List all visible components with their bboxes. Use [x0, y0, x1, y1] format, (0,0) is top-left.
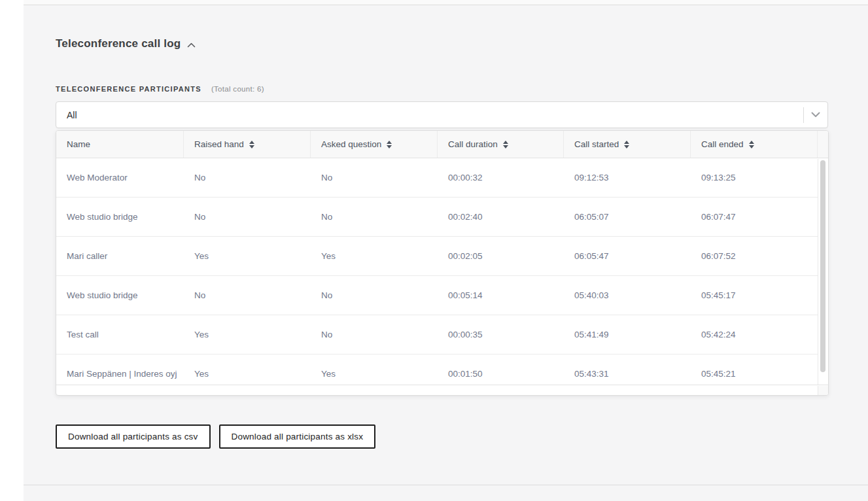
- chevron-up-icon[interactable]: [187, 43, 196, 48]
- cell-asked-question: Yes: [311, 354, 438, 385]
- participants-filter-select[interactable]: All: [56, 101, 828, 128]
- cell-raised-hand: Yes: [184, 237, 311, 275]
- cell-call-ended: 05:45:17: [691, 276, 818, 315]
- column-header-call-started[interactable]: Call started: [564, 131, 691, 158]
- download-csv-button[interactable]: Download all participants as csv: [56, 424, 211, 449]
- table-row: Web studio bridgeNoNo00:02:4006:05:0706:…: [56, 198, 828, 237]
- table-header-row: NameRaised handAsked questionCall durati…: [56, 131, 828, 158]
- cell-call-ended: 06:07:52: [691, 237, 818, 275]
- participants-label-row: TELECONFERENCE PARTICIPANTS (Total count…: [56, 85, 264, 93]
- download-xlsx-button[interactable]: Download all participants as xlsx: [219, 424, 376, 449]
- cell-call-duration: 00:05:14: [438, 276, 564, 315]
- table-body: Web ModeratorNoNo00:00:3209:12:5309:13:2…: [56, 158, 828, 385]
- table-scrollbar-thumb[interactable]: [820, 160, 825, 372]
- panel-top-divider: [24, 0, 868, 5]
- cell-name: Test call: [56, 315, 184, 354]
- column-header-call-ended[interactable]: Call ended: [691, 131, 818, 158]
- cell-raised-hand: No: [184, 158, 311, 197]
- chevron-down-icon[interactable]: [804, 112, 827, 118]
- sort-arrows-icon[interactable]: [387, 141, 392, 148]
- column-header-asked-question[interactable]: Asked question: [311, 131, 438, 158]
- participants-label: TELECONFERENCE PARTICIPANTS: [56, 85, 201, 93]
- sort-arrows-icon[interactable]: [249, 141, 254, 148]
- cell-call-duration: 00:01:50: [438, 354, 564, 385]
- cell-name: Mari caller: [56, 237, 184, 275]
- cell-raised-hand: Yes: [184, 315, 311, 354]
- cell-asked-question: No: [311, 276, 438, 315]
- cell-name: Mari Seppänen | Inderes oyj: [56, 354, 184, 385]
- cell-call-duration: 00:00:35: [438, 315, 564, 354]
- table-row: Web studio bridgeNoNo00:05:1405:40:0305:…: [56, 276, 828, 315]
- table-row: Mari callerYesYes00:02:0506:05:4706:07:5…: [56, 237, 828, 276]
- sort-arrows-icon[interactable]: [503, 141, 508, 148]
- cell-name: Web studio bridge: [56, 198, 184, 236]
- cell-asked-question: No: [311, 198, 438, 236]
- section-header[interactable]: Teleconference call log: [56, 37, 196, 50]
- column-header-label: Asked question: [321, 139, 381, 149]
- cell-raised-hand: No: [184, 198, 311, 236]
- total-count-text: (Total count: 6): [211, 85, 264, 93]
- page-left-gutter: [0, 0, 24, 501]
- cell-call-started: 05:40:03: [564, 276, 691, 315]
- call-log-panel: Teleconference call log TELECONFERENCE P…: [24, 0, 868, 501]
- filter-selected-value: All: [56, 110, 803, 120]
- cell-call-started: 09:12:53: [564, 158, 691, 197]
- table-row: Mari Seppänen | Inderes oyjYesYes00:01:5…: [56, 354, 828, 385]
- cell-call-duration: 00:02:05: [438, 237, 564, 275]
- cell-call-started: 06:05:07: [564, 198, 691, 236]
- cell-asked-question: No: [311, 158, 438, 197]
- column-header-raised-hand[interactable]: Raised hand: [184, 131, 311, 158]
- cell-raised-hand: Yes: [184, 354, 311, 385]
- cell-call-duration: 00:00:32: [438, 158, 564, 197]
- cell-call-duration: 00:02:40: [438, 198, 564, 236]
- cell-call-ended: 05:42:24: [691, 315, 818, 354]
- cell-call-ended: 05:45:21: [691, 354, 818, 385]
- cell-call-ended: 09:13:25: [691, 158, 818, 197]
- column-header-label: Call started: [574, 139, 619, 149]
- cell-asked-question: Yes: [311, 237, 438, 275]
- column-header-label: Raised hand: [194, 139, 244, 149]
- page-title: Teleconference call log: [56, 37, 181, 50]
- column-header-label: Call ended: [701, 139, 744, 149]
- table-row: Test callYesNo00:00:3505:41:4905:42:24: [56, 315, 828, 354]
- cell-call-started: 05:41:49: [564, 315, 691, 354]
- cell-name: Web studio bridge: [56, 276, 184, 315]
- table-scrollbar-track[interactable]: [818, 159, 828, 385]
- column-header-call-duration[interactable]: Call duration: [438, 131, 564, 158]
- column-header-filler: [818, 131, 828, 158]
- cell-call-started: 05:43:31: [564, 354, 691, 385]
- column-header-label: Call duration: [448, 139, 498, 149]
- download-actions: Download all participants as csv Downloa…: [56, 424, 375, 449]
- sort-arrows-icon[interactable]: [624, 141, 629, 148]
- cell-call-ended: 06:07:47: [691, 198, 818, 236]
- panel-bottom-divider: [24, 485, 868, 485]
- cell-call-started: 06:05:47: [564, 237, 691, 275]
- column-header-name: Name: [56, 131, 184, 158]
- cell-name: Web Moderator: [56, 158, 184, 197]
- table-row: Web ModeratorNoNo00:00:3209:12:5309:13:2…: [56, 158, 828, 198]
- sort-arrows-icon[interactable]: [749, 141, 754, 148]
- cell-raised-hand: No: [184, 276, 311, 315]
- table-scrollbar-corner: [818, 386, 828, 395]
- participants-table: NameRaised handAsked questionCall durati…: [56, 130, 829, 396]
- cell-asked-question: No: [311, 315, 438, 354]
- column-header-label: Name: [67, 139, 90, 149]
